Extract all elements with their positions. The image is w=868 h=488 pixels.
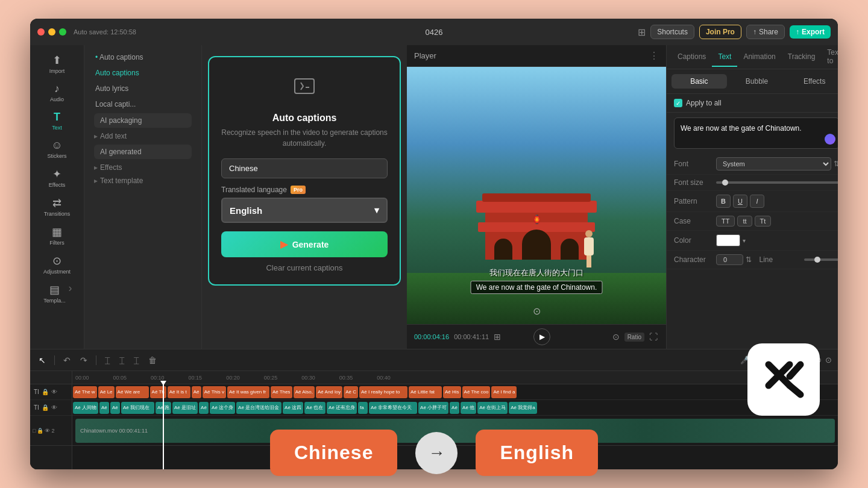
play-button[interactable]: ▶ <box>533 328 550 345</box>
panel-ai-generated[interactable]: AI generated <box>94 145 192 159</box>
clip-en-8[interactable]: Aé It was given fr <box>227 386 269 398</box>
clip-cn-14[interactable]: Aé 非常希望在今天 <box>369 402 417 414</box>
clip-cn-2[interactable]: Aé <box>99 402 109 414</box>
font-size-slider[interactable] <box>716 181 838 184</box>
clip-en-9[interactable]: Aé Thes <box>271 386 292 398</box>
case-lower-button[interactable]: tt <box>737 216 752 227</box>
clip-cn-10[interactable]: Aé 这四 <box>283 402 303 414</box>
ratio-button[interactable]: Ratio <box>624 333 644 342</box>
tab-animation[interactable]: Animation <box>737 48 781 67</box>
panel-auto-lyrics[interactable]: Auto lyrics <box>89 81 197 96</box>
toolbar-audio[interactable]: ♪ Audio <box>45 79 70 106</box>
lock-icon[interactable]: 🔒 <box>42 389 49 395</box>
clip-cn-4[interactable]: Aé 我们现在 <box>121 402 154 414</box>
split-tool[interactable]: ⌶ <box>102 354 112 366</box>
fullscreen-icon[interactable]: ⛶ <box>648 331 659 343</box>
case-title-button[interactable]: Tt <box>755 216 772 227</box>
clip-en-1[interactable]: Aé The w <box>73 386 97 398</box>
clip-cn-15[interactable]: Aé 小胖子可 <box>418 402 448 414</box>
grid-icon[interactable]: ⊞ <box>494 332 501 342</box>
clip-cn-12[interactable]: Aé 还有忠身 <box>327 402 357 414</box>
video-lock-icon[interactable]: 🔒 <box>37 428 43 434</box>
clip-cn-16[interactable]: Aé <box>450 402 459 414</box>
eye-icon-1[interactable]: 👁 <box>51 389 57 395</box>
character-stepper[interactable]: ⇅ <box>746 255 752 264</box>
underline-button[interactable]: U <box>733 195 747 208</box>
source-language-select[interactable]: Chinese <box>221 158 388 178</box>
clear-captions-link[interactable]: Clear current captions <box>221 263 388 272</box>
panel-ai-packaging[interactable]: AI packaging <box>94 113 192 128</box>
case-upper-button[interactable]: TT <box>716 216 735 227</box>
clip-cn-1[interactable]: Aé 人间物 <box>73 402 98 414</box>
panel-local-captions[interactable]: Local capti... <box>89 97 197 111</box>
share-button[interactable]: ↑ Share <box>746 25 785 39</box>
clip-cn-6[interactable]: Aé 是旧址 <box>172 402 198 414</box>
clip-en-17[interactable]: Aé I find a <box>491 386 517 398</box>
clip-en-7[interactable]: Aé This v <box>203 386 226 398</box>
lock-icon-2[interactable]: 🔒 <box>42 404 49 411</box>
toolbar-text[interactable]: T Text <box>45 107 70 134</box>
style-tab-basic[interactable]: Basic <box>671 74 727 89</box>
clip-cn-3[interactable]: Aé <box>110 402 120 414</box>
clip-en-6[interactable]: Aé <box>192 386 201 398</box>
apply-all-checkbox[interactable]: ✓ <box>674 99 682 107</box>
redo-tool[interactable]: ↷ <box>78 354 90 366</box>
close-button[interactable] <box>37 28 45 36</box>
toolbar-more-icon[interactable]: › <box>69 282 72 307</box>
clip-cn-13[interactable]: fa <box>358 402 368 414</box>
clip-cn-8[interactable]: Aé 这个身 <box>210 402 235 414</box>
player-menu-icon[interactable]: ⋮ <box>649 50 659 61</box>
clip-cn-18[interactable]: Aé 在街上马 <box>477 402 508 414</box>
video-eye-icon[interactable]: 👁 <box>45 428 50 434</box>
character-input[interactable]: 0 <box>716 254 743 265</box>
tab-text-to[interactable]: Text-to <box>821 45 838 71</box>
clip-en-16[interactable]: Aé The coo <box>462 386 491 398</box>
select-tool[interactable]: ↖ <box>36 354 48 366</box>
trim-tool[interactable]: ⌶ <box>117 354 127 366</box>
font-arrows[interactable]: ⇅ <box>834 160 838 168</box>
undo-tool[interactable]: ↶ <box>61 354 73 366</box>
clip-en-10[interactable]: Aé Also, <box>294 386 315 398</box>
toolbar-import[interactable]: ⬆ Import <box>45 50 70 78</box>
bold-button[interactable]: B <box>716 195 731 208</box>
clip-en-12[interactable]: Aé C <box>344 386 358 398</box>
color-dropdown-icon[interactable]: ▾ <box>743 237 746 244</box>
toolbar-transitions[interactable]: ⇄ Transitions <box>45 193 70 221</box>
color-swatch[interactable] <box>716 234 740 246</box>
line-slider[interactable] <box>804 258 838 261</box>
delete-tool[interactable]: 🗑 <box>146 354 159 366</box>
panel-effects[interactable]: ▸ Effects <box>89 161 197 174</box>
panel-text-template[interactable]: ▸ Text template <box>89 174 197 187</box>
toolbar-template[interactable]: ▤ Templa... <box>42 280 68 307</box>
generate-button[interactable]: ▶ Generate <box>221 231 388 257</box>
target-language-dropdown[interactable]: English ▾ <box>221 198 388 223</box>
export-button[interactable]: ↑ Export <box>790 25 831 39</box>
clip-en-15[interactable]: Aé His <box>443 386 461 398</box>
clip-cn-9[interactable]: Aé 是台湾送给旧金 <box>236 402 281 414</box>
panel-auto-captions-item[interactable]: Auto captions <box>89 66 197 80</box>
clip-cn-11[interactable]: Aé 也在 <box>304 402 326 414</box>
tab-captions[interactable]: Captions <box>671 48 712 67</box>
video-clip[interactable]: Chinatown.mov 00:00:41:11 <box>75 419 835 443</box>
clip-en-5[interactable]: Aé It is t <box>168 386 190 398</box>
panel-add-text[interactable]: ▸ Add text <box>89 130 197 143</box>
clip-cn-19[interactable]: Aé 我觉得a <box>509 402 536 414</box>
toolbar-effects[interactable]: ✦ Effects <box>45 164 70 192</box>
font-select[interactable]: System <box>716 157 831 170</box>
style-tab-bubble[interactable]: Bubble <box>729 74 785 89</box>
clip-en-11[interactable]: Aé And loy <box>316 386 342 398</box>
tab-tracking[interactable]: Tracking <box>782 48 822 67</box>
camera-icon[interactable]: ⊙ <box>611 331 621 343</box>
toolbar-adjustment[interactable]: ⊙ Adjustment <box>45 251 70 278</box>
style-tab-effects[interactable]: Effects <box>787 74 838 89</box>
clip-en-2[interactable]: Aé Le <box>98 386 115 398</box>
playhead[interactable] <box>163 384 164 469</box>
clip-en-13[interactable]: Aé I really hope to <box>359 386 407 398</box>
trim-tool-2[interactable]: ⌶ <box>131 354 141 366</box>
clip-cn-17[interactable]: Aé 他 <box>461 402 476 414</box>
subtitle-edit-icon[interactable]: ⊙ <box>533 305 541 317</box>
fullscreen-button[interactable] <box>59 28 66 36</box>
clip-en-14[interactable]: Aé Little fat <box>409 386 442 398</box>
tl-icon-8[interactable]: ⊙ <box>825 355 832 364</box>
italic-button[interactable]: I <box>750 195 764 208</box>
